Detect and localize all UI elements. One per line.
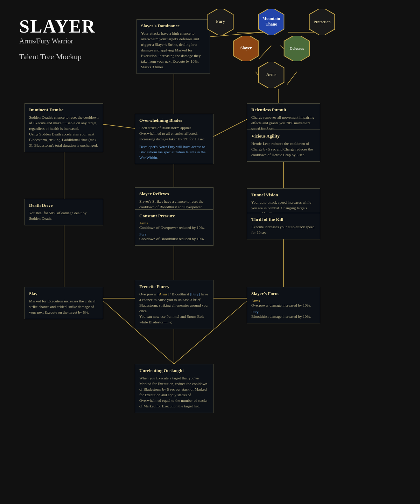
talent-desc-frenetic_flurry: Overpower [Arms] / Bloodthirst [Fury] ha… [139,292,209,325]
subtitle: Arms/Fury Warrior [19,37,96,45]
talent-desc-thrill_of_the_kill: Execute increases your auto-attack speed… [251,224,316,236]
talent-title-imminent_demise: Imminent Demise [29,107,99,113]
talent-card-slayers_focus[interactable]: Slayer's FocusArmsOverpower damage incre… [247,287,320,323]
svg-marker-28 [309,9,335,35]
talent-fury-label-constant_pressure: Fury [139,232,209,236]
header-block: SLAYER Arms/Fury Warrior Talent Tree Moc… [19,18,96,61]
talent-desc-death_drive: You heal for 50% of damage dealt by Sudd… [29,210,99,222]
talent-card-vicious_agility[interactable]: Vicious AgilityHeroic Leap reduces the c… [247,130,320,162]
talent-title-slayers_dominance: Slayer's Dominance [141,23,205,29]
talent-title-overwhelming_blades: Overwhelming Blades [139,118,209,123]
hex-node-protection[interactable]: Protection [307,9,337,35]
talent-arms-label-constant_pressure: Arms [139,221,209,225]
talent-desc-slayers_dominance: Your attacks have a high chance to overw… [141,31,205,70]
talent-desc-overwhelming_blades: Each strike of Bladestorm applies Overwh… [139,125,209,142]
talent-devnote-overwhelming_blades: Developer's Note: Fury will have access … [139,144,209,160]
talent-title-slayers_focus: Slayer's Focus [251,291,316,296]
talent-card-imminent_demise[interactable]: Imminent DemiseSudden Death's chance to … [24,103,103,152]
hex-node-arms[interactable]: Arms [257,62,286,88]
talent-fury-label-slayers_focus: Fury [251,310,316,314]
talent-card-constant_pressure[interactable]: Constant PressureArmsCooldown of Overpow… [135,209,214,246]
talent-fury-desc-slayers_focus: Bloodthirst damage increased by 10%. [251,314,316,320]
talent-title-vicious_agility: Vicious Agility [251,133,316,139]
talent-desc-vicious_agility: Heroic Leap reduces the cooldown of Char… [251,141,316,158]
talent-card-death_drive[interactable]: Death DriveYou heal for 50% of damage de… [24,199,103,225]
talent-desc-unrelenting_onslaught: When you Execute a target that you've Ma… [139,376,209,409]
talent-card-overwhelming_blades[interactable]: Overwhelming BladesEach strike of Blades… [135,114,214,164]
hex-node-slayer[interactable]: Slayer [231,36,261,61]
talent-desc-slayer_reflexes: Slayer's Strikes have a chance to reset … [139,199,209,210]
talent-title-slayer_reflexes: Slayer Reflexes [139,191,209,197]
talent-desc-imminent_demise: Sudden Death's chance to reset the coold… [29,115,99,148]
hex-node-colossus[interactable]: Colossus [282,36,312,61]
talent-title-frenetic_flurry: Frenetic Flurry [139,284,209,289]
talent-arms-label-slayers_focus: Arms [251,299,316,303]
svg-marker-31 [259,62,284,88]
talent-desc-relentless_pursuit: Charge removes all movement impairing ef… [251,115,316,132]
talent-title-death_drive: Death Drive [29,203,99,208]
talent-arms-desc-constant_pressure: Cooldown of Overpower reduced by 10%. [139,225,209,231]
talent-title-slay: Slay [29,291,99,296]
talent-card-unrelenting_onslaught[interactable]: Unrelenting OnslaughtWhen you Execute a … [135,364,214,413]
talent-card-thrill_of_the_kill[interactable]: Thrill of the KillExecute increases your… [247,213,320,239]
talent-card-slayers_dominance[interactable]: Slayer's DominanceYour attacks have a hi… [136,19,210,74]
svg-line-5 [287,72,297,85]
svg-marker-30 [284,36,310,61]
svg-marker-27 [259,9,284,35]
talent-card-slay[interactable]: SlayMarked for Execution increases the c… [24,287,103,319]
talent-fury-desc-constant_pressure: Cooldown of Bloodthirst reduced by 10%. [139,236,209,242]
talent-title-unrelenting_onslaught: Unrelenting Onslaught [139,368,209,373]
talent-desc-slay: Marked for Execution increases the criti… [29,299,99,315]
main-title: SLAYER [19,18,96,36]
hex-node-mountain_thane[interactable]: MountainThane [257,9,286,35]
mockup-label: Talent Tree Mockup [19,52,96,61]
talent-title-thrill_of_the_kill: Thrill of the Kill [251,217,316,222]
svg-marker-29 [233,36,259,61]
hex-node-fury[interactable]: Fury [206,9,235,35]
talent-arms-desc-slayers_focus: Overpower damage increased by 10%. [251,303,316,308]
talent-title-relentless_pursuit: Relentless Pursuit [251,107,316,113]
talent-card-frenetic_flurry[interactable]: Frenetic FlurryOverpower [Arms] / Bloodt… [135,280,214,329]
svg-marker-26 [208,9,233,35]
talent-title-constant_pressure: Constant Pressure [139,213,209,219]
talent-title-tunnel_vision: Tunnel Vision [251,192,316,198]
svg-line-2 [259,46,271,59]
